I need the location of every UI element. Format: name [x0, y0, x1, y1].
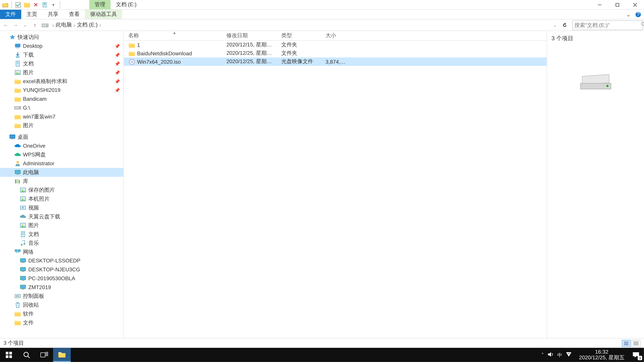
forward-button[interactable]: →	[10, 20, 20, 30]
nav-desktop-item[interactable]: Administrator	[0, 159, 124, 168]
address-dropdown-icon[interactable]: ⌄	[550, 20, 560, 30]
start-button[interactable]	[0, 348, 18, 362]
tab-home[interactable]: 主页	[21, 10, 42, 19]
svg-rect-96	[46, 352, 48, 354]
minimize-button[interactable]	[591, 0, 608, 9]
file-row[interactable]: 12020/12/15, 星期二 1...文件夹	[124, 41, 546, 49]
nav-quick-item[interactable]: G:\	[0, 103, 124, 112]
svg-rect-62	[20, 267, 26, 271]
svg-rect-73	[14, 312, 17, 313]
tab-file[interactable]: 文件	[0, 10, 21, 19]
volume-icon[interactable]	[548, 352, 554, 358]
search-input[interactable]	[574, 22, 641, 28]
qat-folder-icon[interactable]	[24, 1, 30, 8]
column-size[interactable]: 大小	[321, 31, 352, 40]
nav-library-item[interactable]: 本机照片	[0, 194, 124, 203]
view-icons-button[interactable]	[632, 340, 640, 347]
nav-library-item[interactable]: 天翼云盘下载	[0, 212, 124, 221]
titlebar: ✕ ▾ 管理 文档 (E:)	[0, 0, 644, 10]
nav-library-item[interactable]: 音乐	[0, 239, 124, 248]
ribbon-context-tab[interactable]: 管理	[90, 0, 111, 9]
history-dropdown[interactable]: ⌄	[20, 20, 30, 30]
nav-software-folder[interactable]: 软件	[0, 309, 124, 318]
pc-icon	[20, 275, 26, 282]
nav-desktop-item[interactable]: 此电脑	[0, 168, 124, 177]
column-date[interactable]: 修改日期	[222, 31, 277, 40]
nav-quick-item[interactable]: YUNQISHI2019📌	[0, 86, 124, 95]
nav-quick-item[interactable]: 图片📌	[0, 68, 124, 77]
ime-indicator[interactable]: 中	[557, 352, 562, 358]
folder-icon	[14, 95, 21, 103]
qat-checkbox-icon[interactable]	[14, 1, 22, 8]
music-icon	[20, 240, 26, 247]
nav-quick-item[interactable]: 图片	[0, 121, 124, 130]
ribbon-expand-icon[interactable]: ⌄	[626, 11, 632, 17]
svg-rect-42	[15, 179, 16, 184]
crumb-root[interactable]: 此电脑	[56, 21, 72, 29]
nav-quick-access[interactable]: 快速访问	[0, 33, 124, 41]
nav-desktop-item[interactable]: OneDrive	[0, 141, 124, 150]
file-row[interactable]: BaiduNetdiskDownload2020/12/25, 星期五 1...…	[124, 49, 546, 57]
tray-chevron-icon[interactable]: ˄	[541, 352, 544, 358]
taskbar-clock[interactable]: 16:32 2020/12/25, 星期五	[576, 349, 628, 361]
qat-properties-icon[interactable]	[41, 1, 48, 8]
back-button[interactable]: ←	[1, 20, 10, 30]
pc-icon	[20, 266, 26, 273]
nav-files-folder[interactable]: 文件	[0, 318, 124, 327]
nav-recycle-bin[interactable]: 回收站	[0, 301, 124, 309]
nav-network-item[interactable]: PC-20190530OBLA	[0, 274, 124, 283]
pin-icon: 📌	[114, 43, 120, 48]
file-rows[interactable]: 12020/12/15, 星期二 1...文件夹BaiduNetdiskDown…	[124, 41, 546, 338]
tab-view[interactable]: 查看	[64, 10, 85, 19]
nav-quick-item[interactable]: excel表格制作求和📌	[0, 77, 124, 86]
file-row[interactable]: Win7x64_2020.iso2020/12/25, 星期五 1...光盘映像…	[124, 57, 546, 66]
search-box[interactable]	[572, 20, 643, 30]
refresh-button[interactable]	[560, 20, 570, 30]
nav-library-item[interactable]: 文档	[0, 230, 124, 239]
column-type[interactable]: 类型	[277, 31, 321, 40]
search-icon[interactable]	[641, 22, 644, 28]
svg-rect-72	[14, 312, 21, 317]
taskbar-search-button[interactable]	[18, 348, 35, 362]
system-tray[interactable]: ˄ 中	[538, 352, 576, 358]
breadcrumb[interactable]: › 此电脑 › 文档 (E:) ›	[40, 20, 550, 30]
nav-quick-item[interactable]: 文档📌	[0, 59, 124, 68]
nav-library-item[interactable]: 图片	[0, 221, 124, 230]
crumb-current[interactable]: 文档 (E:)	[77, 21, 98, 29]
nav-desktop-item[interactable]: WPS网盘	[0, 150, 124, 159]
close-button[interactable]	[626, 0, 644, 9]
help-icon[interactable]: ?	[635, 11, 641, 17]
nav-network-item[interactable]: ZMT2019	[0, 283, 124, 292]
view-details-button[interactable]	[622, 340, 631, 347]
nav-network-item[interactable]: DESKTOP-LSSOEDP	[0, 256, 124, 265]
tab-share[interactable]: 共享	[42, 10, 64, 19]
qat-close-icon[interactable]: ✕	[32, 1, 40, 8]
nav-quick-item[interactable]: win7重装win7	[0, 112, 124, 121]
maximize-button[interactable]	[608, 0, 626, 9]
nav-quick-item[interactable]: Bandicam	[0, 94, 124, 103]
documents-icon	[14, 60, 21, 67]
nav-network[interactable]: 网络	[0, 248, 124, 256]
tray-app-icon[interactable]	[566, 352, 572, 358]
nav-desktop-root[interactable]: 桌面	[0, 133, 124, 141]
folder-icon	[128, 41, 135, 48]
svg-point-39	[16, 161, 19, 164]
pin-icon: 📌	[114, 79, 120, 84]
nav-library-item[interactable]: 保存的图片	[0, 186, 124, 195]
taskbar-explorer-button[interactable]	[53, 348, 70, 362]
svg-rect-25	[14, 80, 21, 84]
nav-quick-item[interactable]: Desktop📌	[0, 41, 124, 50]
action-center-button[interactable]: 3	[628, 348, 644, 362]
nav-desktop-item[interactable]: 库	[0, 177, 124, 186]
svg-rect-30	[14, 97, 17, 98]
navigation-pane[interactable]: 快速访问 Desktop📌下载📌文档📌图片📌excel表格制作求和📌YUNQIS…	[0, 31, 124, 338]
tab-drive-tools[interactable]: 驱动器工具	[85, 10, 122, 19]
nav-quick-item[interactable]: 下载📌	[0, 50, 124, 59]
nav-network-item[interactable]: DESKTOP-NJEU3CG	[0, 265, 124, 274]
nav-library-item[interactable]: 视频	[0, 203, 124, 212]
nav-control-panel[interactable]: 控制面板	[0, 292, 124, 301]
downloads-icon	[14, 51, 21, 58]
task-view-button[interactable]	[36, 348, 53, 362]
qat-dropdown-icon[interactable]: ▾	[50, 1, 57, 8]
up-button[interactable]: ↑	[30, 20, 40, 30]
